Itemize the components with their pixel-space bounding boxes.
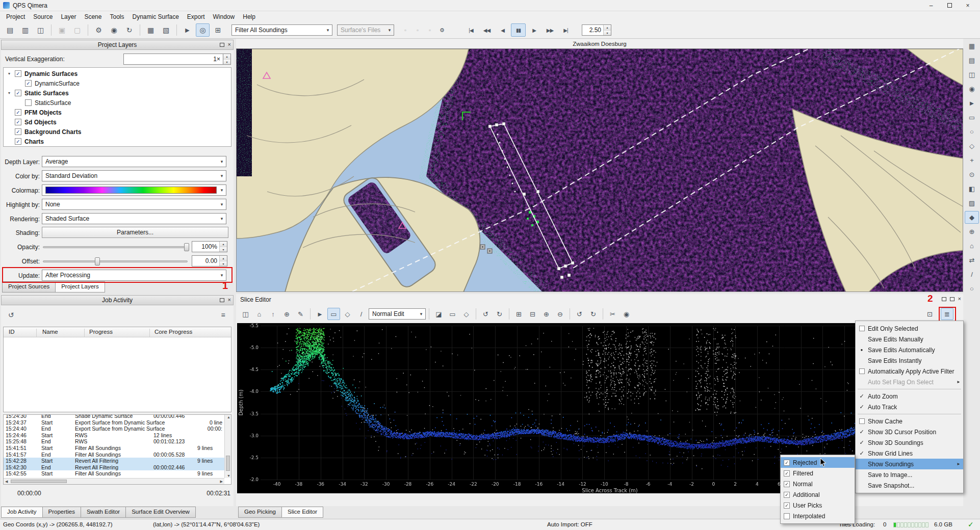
- rotate-cw-button[interactable]: ↻: [587, 308, 600, 320]
- submenu-item-filtered[interactable]: ✓Filtered: [781, 468, 855, 479]
- depth-layer-select[interactable]: Average▾: [42, 156, 226, 167]
- edit-mode-combo[interactable]: Normal Edit▾: [369, 308, 426, 320]
- log-row[interactable]: 15:41:57EndFilter All Soundings00:00:05.…: [4, 452, 224, 458]
- playback-speed-spinbox[interactable]: 2.50 ▴▾: [582, 24, 611, 36]
- menu-project[interactable]: Project: [2, 12, 29, 21]
- export-page-icon[interactable]: ⊡: [923, 308, 936, 320]
- menu-item-auto-zoom[interactable]: ✓Auto Zoom: [856, 391, 963, 402]
- log-row[interactable]: 15:42:55StartFilter All Soundings9 lines: [4, 470, 224, 477]
- close-panel-icon[interactable]: ×: [228, 42, 231, 47]
- tab-surface-edit-overview[interactable]: Surface Edit Overview: [125, 507, 196, 518]
- submenu-item-user-picks[interactable]: ✓User Picks: [781, 500, 855, 511]
- surface-view-button[interactable]: ▧: [159, 23, 173, 37]
- layer-tree-item-dynamicsurface[interactable]: ✓DynamicSurface: [4, 78, 231, 88]
- checkbox[interactable]: ✓: [15, 128, 21, 135]
- float-panel-icon[interactable]: [220, 298, 224, 302]
- colormap-select[interactable]: ▾: [42, 184, 226, 196]
- menu-item-save-snapshot[interactable]: Save Snapshot...: [856, 480, 963, 491]
- job-log[interactable]: 15:24:30EndShade Dynamic Surface00:00:00…: [3, 414, 231, 485]
- shading-parameters-button[interactable]: Parameters...: [42, 227, 228, 238]
- color-by-select[interactable]: Standard Deviation▾: [42, 170, 226, 181]
- measure-button[interactable]: /: [965, 268, 979, 281]
- tab-swath-editor[interactable]: Swath Editor: [81, 507, 126, 518]
- globe-button[interactable]: ○: [965, 282, 979, 295]
- tab-project-layers[interactable]: Project Layers: [55, 281, 105, 293]
- minimize-button[interactable]: –: [922, 1, 940, 11]
- tab-project-sources[interactable]: Project Sources: [2, 281, 56, 293]
- layer-tree-item-staticsurface[interactable]: StaticSurface: [4, 98, 231, 108]
- snapshot-button[interactable]: ◉: [620, 308, 633, 320]
- tab-geo-picking[interactable]: Geo Picking: [238, 507, 282, 518]
- camera-button[interactable]: ◉: [965, 83, 979, 95]
- select-polygon-button[interactable]: ◇: [965, 140, 979, 152]
- table-view-button[interactable]: ▦: [965, 40, 979, 52]
- submenu-item-normal[interactable]: ✓Normal: [781, 479, 855, 489]
- slice-options-menu-icon[interactable]: ≣: [941, 308, 953, 320]
- copy-button[interactable]: ▣: [55, 23, 69, 37]
- paste-button[interactable]: ▢: [70, 23, 84, 37]
- checkbox[interactable]: ✓: [15, 70, 21, 77]
- save-project-button[interactable]: ◫: [34, 23, 47, 37]
- shade-button[interactable]: ▨: [965, 197, 979, 209]
- checkbox[interactable]: ✓: [15, 109, 21, 116]
- update-select[interactable]: After Processing▾: [42, 270, 226, 281]
- fast-forward-button[interactable]: ▶▶: [543, 23, 557, 37]
- undo-job-icon[interactable]: ↺: [4, 308, 18, 322]
- skip-to-end-button[interactable]: ▶|: [558, 23, 573, 37]
- opacity-slider-spinbox[interactable]: 100%▴▾: [192, 241, 227, 252]
- line-select-button[interactable]: /: [355, 308, 368, 320]
- submenu-item-interpolated[interactable]: Interpolated: [781, 511, 855, 521]
- menu-source[interactable]: Source: [29, 12, 57, 21]
- menu-item-auto-track[interactable]: ✓Auto Track: [856, 402, 963, 412]
- close-panel-icon[interactable]: ×: [958, 296, 961, 302]
- layers-button[interactable]: ▤: [965, 54, 979, 67]
- auto-processing-button[interactable]: ◉: [107, 23, 121, 37]
- rotate-ccw-button[interactable]: ↺: [573, 308, 586, 320]
- opacity-slider[interactable]: [43, 246, 188, 248]
- log-row[interactable]: 15:24:46StartRWS12 lines: [4, 432, 224, 439]
- tab-properties[interactable]: Properties: [42, 507, 81, 518]
- float-panel-icon[interactable]: [220, 43, 224, 47]
- menu-help[interactable]: Help: [239, 12, 260, 21]
- log-row[interactable]: 15:24:30EndShade Dynamic Surface00:00:00…: [4, 414, 224, 419]
- float-panel-icon[interactable]: [942, 297, 946, 301]
- menu-item-show-soundings[interactable]: Show Soundings►: [856, 459, 963, 469]
- log-horizontal-scrollbar[interactable]: ◀▶: [4, 478, 224, 484]
- layer-tree-item-pfm-objects[interactable]: ✓PFM Objects: [4, 108, 231, 117]
- grid-view-button[interactable]: ▦: [144, 23, 158, 37]
- log-vertical-scrollbar[interactable]: ▲▼: [224, 415, 231, 478]
- checkbox[interactable]: ✓: [25, 80, 32, 87]
- select-soundings-tool-button[interactable]: ◎: [196, 23, 210, 37]
- offset-slider[interactable]: [43, 260, 188, 262]
- zoom-extent-button[interactable]: ⊕: [965, 225, 979, 238]
- menu-item-automatically-apply-active-filter[interactable]: Automatically Apply Active Filter: [856, 366, 963, 377]
- highlight-by-select[interactable]: None▾: [42, 199, 226, 210]
- menu-item-show-cache[interactable]: Show Cache: [856, 416, 963, 427]
- menu-item-save-to-image[interactable]: Save to Image...: [856, 469, 963, 480]
- zoom-out-button[interactable]: ⊖: [554, 308, 566, 320]
- menu-layer[interactable]: Layer: [57, 12, 80, 21]
- swap-views-button[interactable]: ⇄: [965, 254, 979, 267]
- zoom-in-button[interactable]: ⊕: [540, 308, 553, 320]
- layer-tree-item-sd-objects[interactable]: ✓Sd Objects: [4, 117, 231, 127]
- polygon-select-button[interactable]: ◇: [341, 308, 354, 320]
- menu-item-show-3d-cursor-position[interactable]: ✓Show 3D Cursor Position: [856, 427, 963, 437]
- layer-tree-item-dynamic-surfaces[interactable]: ▾✓Dynamic Surfaces: [4, 69, 231, 78]
- step-back-button[interactable]: ◀: [495, 23, 510, 37]
- save-slice-button[interactable]: ◫: [239, 308, 252, 320]
- close-panel-icon[interactable]: ×: [228, 297, 231, 303]
- log-row[interactable]: 15:42:28StartRevert All Filtering9 lines: [4, 458, 224, 464]
- slice-tool-button[interactable]: ◆: [965, 211, 979, 224]
- pointer-button[interactable]: ►: [965, 97, 979, 110]
- edit-tool-button[interactable]: ✎: [294, 308, 307, 320]
- reject-rectangle-button[interactable]: ▭: [446, 308, 459, 320]
- opacity-slider-thumb[interactable]: [184, 243, 189, 251]
- zoom-out-selection-button[interactable]: ⊟: [526, 308, 539, 320]
- zoom-tool-button[interactable]: ⊕: [280, 308, 293, 320]
- open-project-button[interactable]: ▥: [18, 23, 32, 37]
- menu-tools[interactable]: Tools: [106, 12, 128, 21]
- redo-button[interactable]: ↻: [493, 308, 506, 320]
- menu-item-show-grid-lines[interactable]: ✓Show Grid Lines: [856, 448, 963, 459]
- menu-window[interactable]: Window: [209, 12, 239, 21]
- log-row[interactable]: 15:42:30EndRevert All Filtering00:00:02.…: [4, 464, 224, 471]
